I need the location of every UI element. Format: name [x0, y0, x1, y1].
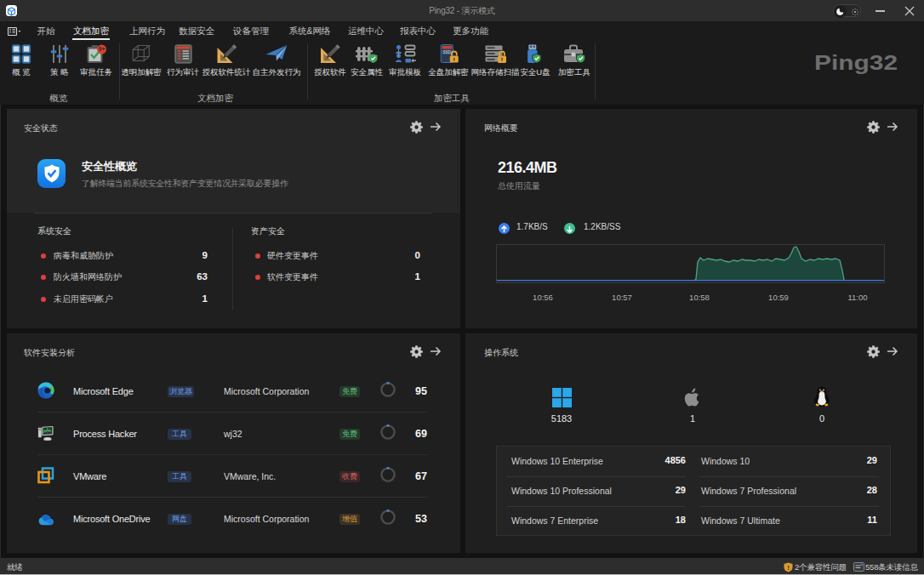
svg-text:SSD: SSD [442, 50, 451, 54]
svg-text:!: ! [787, 563, 789, 571]
svg-text:9+: 9+ [98, 46, 105, 52]
